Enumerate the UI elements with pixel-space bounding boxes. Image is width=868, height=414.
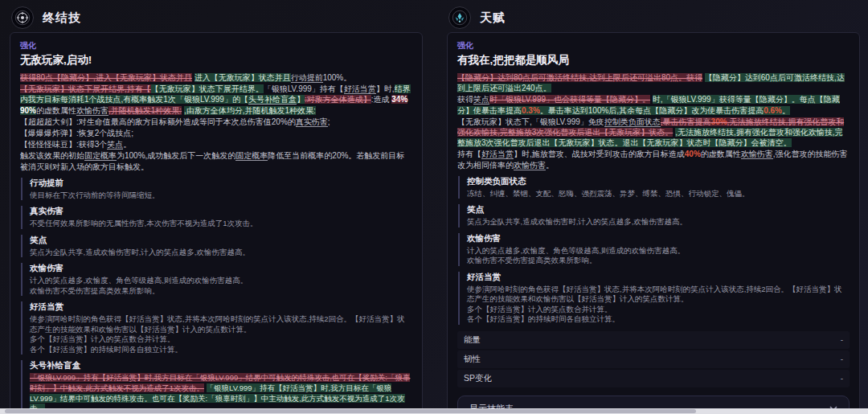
text-segment: 【超超超大剑】:对生命值最高的敌方目标额外造成等同于本次总伤害值20%的 bbox=[20, 117, 296, 126]
keyword-link[interactable]: 固定概率 bbox=[84, 151, 117, 161]
keyword-link[interactable]: 控制类负面状态 bbox=[604, 117, 661, 127]
keyword-link[interactable]: 笑点 bbox=[473, 95, 489, 105]
glossary-section: 欢愉伤害计入的笑点越多,欢愉度、角色等级越高,则造成的欢愉伤害越高。欢愉伤害不受… bbox=[21, 263, 412, 296]
keyword-link[interactable]: 好活当赏 bbox=[344, 84, 376, 94]
skills-page: 终结技 强化 无敌玩家,启动! 获得80点【隐藏分】,进入【无敌玩家】状态并且 … bbox=[0, 0, 868, 414]
text-segment: 笑点为全队共享,造成欢愉伤害时,计入的笑点越多,欢愉伤害越高。 bbox=[467, 217, 687, 226]
stat-value-segment: - bbox=[841, 335, 843, 344]
glossary-section: 笑点笑点为全队共享,造成欢愉伤害时,计入的笑点越多,欢愉伤害越高。 bbox=[458, 204, 850, 227]
text-line: 各个【好活当赏】的持续时间各自独立计算。 bbox=[467, 314, 850, 325]
horizontal-scrollbar[interactable] bbox=[0, 408, 868, 414]
stat-value: - bbox=[841, 374, 843, 383]
glossary-section: 控制类负面状态冻结、纠缠、禁锢、支配、怒嗨、强烈震荡、异梦、缚禁、恐惧、行动锁定… bbox=[458, 176, 850, 199]
text-line: 多个【好活当赏】计入的笑点数合并计算。 bbox=[30, 334, 412, 345]
text-segment: 不受任何效果所影响的无属性伤害,本次伤害不视为造成了1次攻击。 bbox=[30, 219, 257, 227]
talent-panel: 天赋 强化 有我在,把把都是顺风局 【隐藏分】达到80点后可激活终结技,达到上限… bbox=[447, 3, 860, 414]
text-segment: 获得 bbox=[457, 95, 473, 104]
text-segment: 使参演阿哈时刻的角色获得【好活当赏】状态,并将本次阿哈时刻的笑点计入该状态,持续… bbox=[30, 314, 405, 334]
text-line: 使参演阿哈时刻的角色获得【好活当赏】状态,并将本次阿哈时刻的笑点计入该状态,持续… bbox=[30, 314, 412, 334]
glossary-body: 使目标在下次行动前的等待间隔缩短。 bbox=[30, 191, 412, 201]
keyword-link[interactable]: 欢愉伤害 bbox=[514, 161, 546, 170]
keyword-link[interactable]: 真实伤害 bbox=[296, 117, 328, 127]
keyword-link[interactable]: 欢愉伤害 bbox=[741, 150, 773, 159]
glossary-body: 笑点为全队共享,造成欢愉伤害时,计入的笑点越多,欢愉伤害越高。 bbox=[30, 248, 412, 258]
glossary-term: 欢愉伤害 bbox=[30, 263, 412, 274]
stat-label: SP变化 bbox=[464, 373, 492, 384]
text-line: 使参演阿哈时刻的角色获得【好活当赏】状态,并将本次阿哈时刻的笑点计入该状态,持续… bbox=[467, 285, 850, 305]
skill-description: 【隐藏分】达到80点后可激活终结技,达到上限后还可溢出80点。获得 【隐藏分】达… bbox=[457, 72, 850, 170]
glossary-list: 行动提前使目标在下次行动前的等待间隔缩短。真实伤害不受任何效果所影响的无属性伤害… bbox=[20, 178, 412, 414]
glossary-term: 头号补给盲盒 bbox=[30, 360, 412, 371]
glossary-section: 真实伤害不受任何效果所影响的无属性伤害,本次伤害不视为造成了1次攻击。 bbox=[21, 206, 412, 229]
text-segment: 100%。 bbox=[323, 73, 352, 82]
panel-title: 天赋 bbox=[480, 10, 506, 26]
stat-value-segment: - bbox=[841, 355, 843, 363]
talent-panel-header: 天赋 bbox=[447, 3, 860, 32]
keyword-link[interactable]: 固定概率 bbox=[235, 151, 268, 161]
enhance-tag: 强化 bbox=[457, 40, 850, 51]
text-segment: 「银狼LV.999」持有【 bbox=[264, 84, 344, 93]
text-segment: :造成 bbox=[371, 95, 392, 104]
text-segment: :对敌方全体造成】 bbox=[305, 95, 371, 104]
glossary-term: 好活当赏 bbox=[467, 272, 850, 283]
text-segment: 。暴击率达到100%后,其余每点【隐藏分】改为使暴击伤害提高 bbox=[540, 106, 764, 115]
glossary-section: 欢愉伤害计入的笑点越多,欢愉度、角色等级越高,则造成的欢愉伤害越高。欢愉伤害不受… bbox=[458, 233, 850, 266]
keyword-link[interactable]: 行动提前 bbox=[291, 73, 323, 83]
text-segment: 。 bbox=[782, 106, 790, 115]
text-segment: 多个【好活当赏】计入的笑点数合并计算。 bbox=[30, 334, 175, 343]
keyword-link[interactable]: 好活当赏 bbox=[481, 150, 514, 159]
text-segment: ,并随机触发1种效果: bbox=[108, 106, 182, 115]
stat-value: - bbox=[841, 335, 843, 344]
text-line: 欢愉伤害不受伤害提高类效果所影响。 bbox=[467, 256, 850, 266]
text-segment: 各个【好活当赏】的持续时间各自独立计算。 bbox=[30, 345, 182, 354]
ultimate-skill-icon bbox=[11, 6, 34, 29]
text-line: 【隐藏分】达到80点后可激活终结技,达到上限后还可溢出80点。获得 【隐藏分】达… bbox=[457, 72, 850, 93]
text-segment: 持有【 bbox=[457, 150, 481, 158]
text-segment: 获得80点【隐藏分】,进入【无敌玩家】状态并且 bbox=[20, 73, 192, 82]
text-line: 【爆爆爆炸弹】:恢复2个战技点; bbox=[20, 128, 412, 138]
keyword-link[interactable]: 笑点 bbox=[107, 140, 123, 150]
ultimate-panel: 终结技 强化 无敌玩家,启动! 获得80点【隐藏分】,进入【无敌玩家】状态并且 … bbox=[10, 3, 423, 414]
text-line: 【无敌玩家】状态下,「银狼LV.999」免疫控制类负面状态,暴击伤害提高30%,… bbox=[457, 117, 850, 149]
glossary-body: 冻结、纠缠、禁锢、支配、怒嗨、强烈震荡、异梦、缚禁、恐惧、行动锁定、傀儡。 bbox=[467, 189, 850, 199]
text-line: 持有【好活当赏】时,施放普攻、战技对受到攻击的敌方目标造成40%的虚数属性欢愉伤… bbox=[457, 149, 850, 170]
text-segment: 】时, bbox=[376, 84, 395, 93]
text-segment: ; bbox=[328, 117, 330, 126]
glossary-list: 控制类负面状态冻结、纠缠、禁锢、支配、怒嗨、强烈震荡、异梦、缚禁、恐惧、行动锁定… bbox=[457, 176, 850, 325]
glossary-term: 欢愉伤害 bbox=[467, 233, 850, 244]
enhance-tag: 强化 bbox=[20, 40, 412, 51]
text-segment: 的虚数属性 bbox=[701, 150, 741, 158]
talent-skill-card: 强化 有我在,把把都是顺风局 【隐藏分】达到80点后可激活终结技,达到上限后还可… bbox=[447, 32, 860, 414]
text-line: 获得笑点时「银狼LV.999」也会获得等量【隐藏分】。 时,「银狼LV.999」… bbox=[457, 94, 850, 115]
ultimate-panel-header: 终结技 bbox=[10, 3, 423, 32]
text-line: 触发该效果的初始固定概率为100%,成功触发后下一次触发的固定概率降低至当前概率… bbox=[20, 150, 412, 171]
text-line: 笑点为全队共享,造成欢愉伤害时,计入的笑点越多,欢愉伤害越高。 bbox=[30, 248, 412, 258]
text-segment: 】时,施放普攻、战技对受到攻击的敌方目标造成 bbox=[514, 150, 685, 158]
talent-skill-icon bbox=[448, 6, 471, 29]
glossary-section: 好活当赏使参演阿哈时刻的角色获得【好活当赏】状态,并将本次阿哈时刻的笑点计入该状… bbox=[21, 301, 412, 355]
text-segment: 【无敌玩家】状态下,「银狼LV.999」免疫 bbox=[457, 117, 604, 126]
glossary-term: 真实伤害 bbox=[30, 206, 412, 217]
ultimate-skill-card: 强化 无敌玩家,启动! 获得80点【隐藏分】,进入【无敌玩家】状态并且 进入【无… bbox=[10, 32, 423, 414]
keyword-link[interactable]: 欢愉伤害 bbox=[76, 106, 108, 116]
text-line: 使目标在下次行动前的等待间隔缩短。 bbox=[30, 191, 412, 201]
glossary-body: 计入的笑点越多,欢愉度、角色等级越高,则造成的欢愉伤害越高。欢愉伤害不受伤害提高… bbox=[467, 246, 850, 266]
text-segment: 90% bbox=[20, 106, 36, 115]
text-segment: 。 bbox=[546, 161, 554, 170]
glossary-section: 好活当赏使参演阿哈时刻的角色获得【好活当赏】状态,并将本次阿哈时刻的笑点计入该状… bbox=[458, 272, 850, 325]
text-segment: 触发该效果的初始 bbox=[20, 151, 84, 160]
text-segment: 34% bbox=[391, 95, 407, 104]
glossary-body: 使参演阿哈时刻的角色获得【好活当赏】状态,并将本次阿哈时刻的笑点计入该状态,持续… bbox=[467, 285, 850, 325]
keyword-link[interactable]: 头号补给盲盒 bbox=[248, 95, 297, 105]
text-segment: 欢愉伤害不受伤害提高类效果所影响。 bbox=[30, 286, 160, 295]
glossary-term: 行动提前 bbox=[30, 178, 412, 189]
text-line: 【超超超大剑】:对生命值最高的敌方目标额外造成等同于本次总伤害值20%的真实伤害… bbox=[20, 117, 412, 127]
glossary-body: 不受任何效果所影响的无属性伤害,本次伤害不视为造成了1次攻击。 bbox=[30, 219, 412, 229]
panel-title: 终结技 bbox=[43, 10, 81, 26]
text-segment: 【怪怪怪味豆】:获得3个 bbox=[20, 140, 107, 149]
text-line: 【无敌玩家】状态下展开结界,持有【【无敌玩家】状态下展开结界。「银狼LV.999… bbox=[20, 84, 412, 116]
text-segment: 【无敌玩家】状态下展开结界。 bbox=[151, 84, 264, 93]
text-line: 计入的笑点越多,欢愉度、角色等级越高,则造成的欢愉伤害越高。 bbox=[30, 276, 412, 286]
horizontal-scrollbar-thumb[interactable] bbox=[5, 409, 696, 413]
glossary-body: 计入的笑点越多,欢愉度、角色等级越高,则造成的欢愉伤害越高。欢愉伤害不受伤害提高… bbox=[30, 276, 412, 296]
